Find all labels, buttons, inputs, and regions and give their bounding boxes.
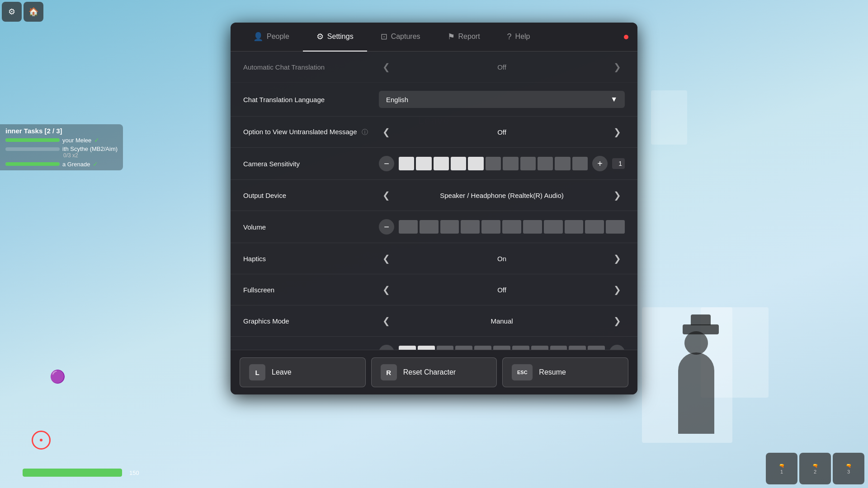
settings-modal: 👤 People ⚙ Settings ⊡ Captures ⚑ Report …: [231, 23, 637, 394]
purple-item: 🟣: [50, 369, 66, 384]
view-untranslated-value: Off: [488, 128, 515, 136]
slider-block-8: [520, 157, 536, 170]
vol-block-6: [502, 220, 521, 234]
report-tab-icon: ⚑: [448, 32, 455, 42]
view-untranslated-control: ❮ Off ❯: [379, 125, 625, 139]
gq-block-8: [531, 346, 548, 350]
weapon-num-2: 2: [814, 469, 816, 474]
graphics-quality-minus[interactable]: −: [379, 345, 394, 350]
setting-camera-sensitivity: Camera Sensitivity −: [231, 148, 637, 180]
bottom-buttons: L Leave R Reset Character ESC Resume: [231, 350, 637, 394]
health-bar-area: 150: [23, 469, 139, 477]
task-label-scythe: ith Scythe (MB2/Aim): [62, 145, 118, 152]
graphics-quality-plus[interactable]: +: [609, 345, 625, 350]
home-hud-icon[interactable]: 🏠: [24, 2, 43, 22]
weapon-slot-2[interactable]: 🔫 2: [799, 453, 831, 484]
vol-block-1: [399, 220, 418, 234]
crosshair: [32, 431, 51, 450]
captures-tab-icon: ⊡: [381, 32, 387, 42]
health-value: 150: [129, 469, 139, 476]
help-tab-icon: ?: [507, 32, 512, 42]
volume-label: Volume: [243, 223, 379, 231]
graphics-quality-control: − +: [379, 345, 625, 350]
haptics-right-arrow[interactable]: ❯: [610, 251, 625, 266]
chat-language-dropdown[interactable]: English ▼: [379, 91, 625, 108]
slider-block-1: [399, 157, 414, 170]
resume-button[interactable]: ESC Resume: [502, 357, 628, 387]
tasks-title: inner Tasks [2 / 3]: [5, 127, 118, 135]
gear-hud-icon[interactable]: ⚙: [2, 2, 22, 22]
vol-block-9: [565, 220, 584, 234]
vol-block-8: [544, 220, 563, 234]
auto-chat-left-arrow[interactable]: ❮: [379, 60, 394, 74]
setting-graphics-mode: Graphics Mode ❮ Manual ❯: [231, 305, 637, 337]
volume-minus[interactable]: −: [379, 219, 394, 235]
task-label-melee: your Melee: [62, 137, 91, 144]
reset-character-button[interactable]: R Reset Character: [371, 357, 497, 387]
weapon-slot-1[interactable]: 🔫 1: [766, 453, 797, 484]
graphics-mode-label: Graphics Mode: [243, 317, 379, 325]
vol-block-3: [440, 220, 459, 234]
output-device-control: ❮ Speaker / Headphone (Realtek(R) Audio)…: [379, 188, 625, 202]
graphics-mode-left-arrow[interactable]: ❮: [379, 314, 394, 328]
weapon-slot-3[interactable]: 🔫 3: [833, 453, 864, 484]
haptics-value: On: [488, 255, 515, 263]
info-icon[interactable]: ⓘ: [362, 128, 368, 136]
slider-block-2: [416, 157, 431, 170]
tab-bar: 👤 People ⚙ Settings ⊡ Captures ⚑ Report …: [231, 23, 637, 52]
haptics-label: Haptics: [243, 255, 379, 263]
fullscreen-control: ❮ Off ❯: [379, 282, 625, 297]
vol-block-4: [461, 220, 480, 234]
gq-block-5: [474, 346, 491, 350]
chat-language-label: Chat Translation Language: [243, 96, 379, 103]
tab-settings[interactable]: ⚙ Settings: [303, 23, 367, 52]
weapon-num-3: 3: [847, 469, 850, 474]
camera-sensitivity-plus[interactable]: +: [592, 156, 608, 171]
camera-sensitivity-minus[interactable]: −: [379, 156, 394, 171]
vol-block-5: [481, 220, 500, 234]
camera-sensitivity-slider[interactable]: [399, 157, 588, 170]
chat-language-control: English ▼: [379, 91, 625, 108]
auto-chat-right-arrow[interactable]: ❯: [610, 60, 625, 74]
camera-sensitivity-value: 1: [612, 158, 625, 169]
slider-block-4: [451, 157, 466, 170]
resume-key: ESC: [512, 364, 533, 380]
camera-sensitivity-control: − + 1: [379, 156, 625, 171]
auto-chat-value: Off: [488, 63, 515, 71]
setting-output-device: Output Device ❮ Speaker / Headphone (Rea…: [231, 180, 637, 211]
gq-block-1: [399, 346, 416, 350]
task-label-grenade: a Grenade: [62, 161, 90, 168]
tab-help[interactable]: ? Help: [494, 23, 544, 52]
gq-block-4: [455, 346, 472, 350]
view-untranslated-right-arrow[interactable]: ❯: [610, 125, 625, 139]
vol-block-2: [420, 220, 439, 234]
graphics-mode-right-arrow[interactable]: ❯: [610, 314, 625, 328]
output-device-right-arrow[interactable]: ❯: [610, 188, 625, 202]
task-check-melee: ✓: [94, 136, 99, 144]
output-device-left-arrow[interactable]: ❮: [379, 188, 394, 202]
task-check-grenade: ✓: [93, 160, 98, 168]
leave-label: Leave: [272, 368, 292, 376]
reset-key: R: [381, 364, 397, 380]
graphics-quality-slider[interactable]: [399, 346, 605, 350]
gq-block-7: [512, 346, 529, 350]
resume-label: Resume: [539, 368, 566, 376]
tab-people-label: People: [267, 33, 289, 41]
dropdown-chevron-icon: ▼: [610, 95, 618, 103]
volume-slider[interactable]: [399, 220, 625, 234]
tab-people[interactable]: 👤 People: [240, 23, 303, 52]
tab-captures[interactable]: ⊡ Captures: [367, 23, 434, 52]
setting-haptics: Haptics ❮ On ❯: [231, 243, 637, 274]
settings-content: Automatic Chat Translation ❮ Off ❯ Chat …: [231, 52, 637, 350]
fullscreen-right-arrow[interactable]: ❯: [610, 282, 625, 297]
fullscreen-left-arrow[interactable]: ❮: [379, 282, 394, 297]
haptics-left-arrow[interactable]: ❮: [379, 251, 394, 266]
view-untranslated-left-arrow[interactable]: ❮: [379, 125, 394, 139]
tab-report[interactable]: ⚑ Report: [434, 23, 494, 52]
health-bar: [23, 469, 122, 477]
chat-language-value: English: [386, 96, 610, 103]
slider-block-3: [434, 157, 449, 170]
task-item-grenade: a Grenade ✓: [5, 160, 118, 168]
tab-settings-label: Settings: [327, 33, 354, 41]
leave-button[interactable]: L Leave: [240, 357, 366, 387]
